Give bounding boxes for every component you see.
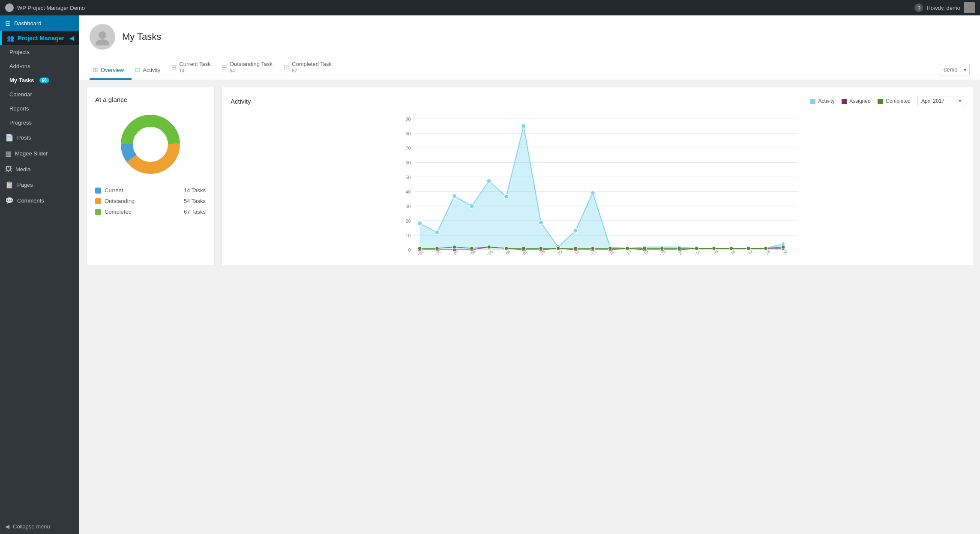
dashboard-icon: ⊞: [5, 19, 11, 27]
tab-outstanding-task-label: Outstanding Task: [230, 61, 273, 67]
tabs-row: ⊞ Overview ⊟ Activity ⊟: [90, 57, 970, 80]
activity-color-box: [810, 99, 815, 104]
tab-activity[interactable]: ⊟ Activity: [132, 62, 168, 80]
projects-label: Projects: [9, 49, 30, 55]
collapse-menu-button[interactable]: ◀ Collapse menu: [0, 519, 79, 534]
tab-overview-label: Overview: [101, 67, 124, 73]
outstanding-tasks: 54 Tasks: [184, 198, 206, 204]
activity-area: [420, 126, 783, 250]
magee-label: Magee Slider: [15, 150, 48, 157]
activity-svg: 90 80 70 60 50 40 30: [231, 110, 964, 255]
svg-point-1: [96, 39, 109, 45]
legend-activity: Activity: [810, 98, 835, 104]
svg-point-28: [435, 230, 440, 235]
current-task-icon: ⊟: [171, 64, 177, 71]
current-label: Current: [105, 187, 123, 194]
sidebar-item-comments[interactable]: 💬 Comments: [0, 193, 79, 209]
svg-text:50: 50: [406, 175, 411, 180]
svg-point-30: [469, 204, 474, 209]
svg-point-29: [452, 194, 457, 199]
reports-label: Reports: [9, 105, 29, 112]
assigned-color-box: [842, 99, 847, 104]
legend-outstanding: Outstanding 54 Tasks: [95, 198, 206, 204]
sidebar-item-posts[interactable]: 📄 Posts: [0, 130, 79, 146]
svg-text:70: 70: [406, 146, 411, 151]
tab-completed-task-count: 67: [292, 68, 332, 73]
tab-completed-task[interactable]: ☑ Completed Task 67: [280, 57, 339, 80]
wp-logo-icon: [5, 3, 14, 12]
legend-completed: Completed 67 Tasks: [95, 209, 206, 215]
svg-point-34: [539, 220, 543, 225]
svg-text:10: 10: [406, 233, 411, 238]
my-tasks-badge: 68: [39, 78, 49, 83]
sidebar-item-my-tasks[interactable]: My Tasks 68: [0, 73, 79, 87]
sidebar-item-projects[interactable]: Projects: [0, 45, 79, 59]
at-glance-panel: At a glance: [86, 87, 215, 266]
magee-icon: ▦: [5, 149, 12, 158]
sidebar-item-calendar[interactable]: Calendar: [0, 87, 79, 101]
pages-icon: 📋: [5, 181, 14, 189]
svg-text:60: 60: [406, 160, 411, 165]
svg-text:20: 20: [406, 218, 411, 224]
page-title: My Tasks: [122, 31, 161, 42]
collapse-icon: ◀: [5, 523, 9, 530]
pm-arrow-icon: ◀: [69, 35, 74, 42]
pm-icon: 👥: [7, 35, 14, 42]
comments-icon: 💬: [5, 197, 14, 205]
current-color: [95, 188, 101, 194]
svg-point-0: [99, 31, 106, 39]
svg-point-31: [487, 179, 491, 184]
pages-label: Pages: [17, 182, 33, 188]
donut-chart: [95, 110, 206, 179]
tab-outstanding-task[interactable]: ⊟ Outstanding Task 54: [219, 57, 280, 80]
svg-point-6: [134, 128, 167, 161]
svg-text:30: 30: [406, 204, 411, 209]
progress-label: Progress: [9, 119, 32, 126]
svg-point-73: [453, 245, 456, 249]
sidebar-item-reports[interactable]: Reports: [0, 101, 79, 116]
notification-count[interactable]: 0: [914, 3, 923, 12]
svg-point-33: [521, 124, 526, 128]
sidebar-dashboard-label: Dashboard: [14, 20, 42, 27]
media-icon: 🖼: [5, 165, 12, 173]
posts-icon: 📄: [5, 134, 14, 142]
sidebar-item-addons[interactable]: Add-ons: [0, 59, 79, 73]
sidebar-item-magee-slider[interactable]: ▦ Magee Slider: [0, 146, 79, 161]
calendar-label: Calendar: [9, 91, 32, 98]
svg-text:80: 80: [406, 131, 411, 136]
tab-current-task[interactable]: ⊟ Current Task 14: [168, 57, 218, 80]
sidebar-item-media[interactable]: 🖼 Media: [0, 161, 79, 177]
svg-text:Apr 05: Apr 05: [482, 249, 494, 255]
svg-point-75: [487, 245, 491, 249]
activity-panel: Activity Activity Assigned: [222, 87, 973, 266]
collapse-label: Collapse menu: [13, 523, 50, 530]
user-avatar: [90, 24, 115, 50]
month-select[interactable]: April 2017 March 2017 February 2017 Janu…: [917, 96, 964, 106]
legend-current: Current 14 Tasks: [95, 187, 206, 194]
sidebar-item-progress[interactable]: Progress: [0, 116, 79, 130]
tab-current-task-count: 14: [179, 68, 210, 73]
user-greeting: Howdy, demo: [926, 5, 960, 11]
topbar: WP Project Manager Demo 0 Howdy, demo: [0, 0, 980, 15]
sidebar-item-project-manager[interactable]: 👥 Project Manager ◀: [0, 31, 79, 45]
sidebar-item-pages[interactable]: 📋 Pages: [0, 177, 79, 193]
legend-assigned: Assigned: [842, 98, 871, 104]
site-name: WP Project Manager Demo: [17, 5, 85, 11]
main-content: My Tasks ⊞ Overview ⊟ Activity: [79, 15, 980, 534]
svg-text:40: 40: [406, 189, 411, 194]
user-select[interactable]: demo admin: [939, 64, 970, 75]
activity-title: Activity: [231, 98, 251, 105]
tab-activity-label: Activity: [143, 67, 160, 73]
tab-overview[interactable]: ⊞ Overview: [90, 62, 132, 80]
completed-tasks: 67 Tasks: [184, 209, 206, 215]
tab-completed-task-label: Completed Task: [292, 61, 332, 67]
svg-text:90: 90: [406, 116, 411, 122]
completed-task-icon: ☑: [284, 64, 289, 71]
svg-point-36: [573, 228, 578, 233]
completed-color-box: [878, 99, 883, 104]
user-avatar-small: [964, 2, 975, 13]
sidebar-item-dashboard[interactable]: ⊞ Dashboard: [0, 15, 79, 31]
outstanding-task-icon: ⊟: [222, 64, 227, 71]
legend-completed-chart: Completed: [878, 98, 911, 104]
svg-point-32: [504, 194, 509, 199]
